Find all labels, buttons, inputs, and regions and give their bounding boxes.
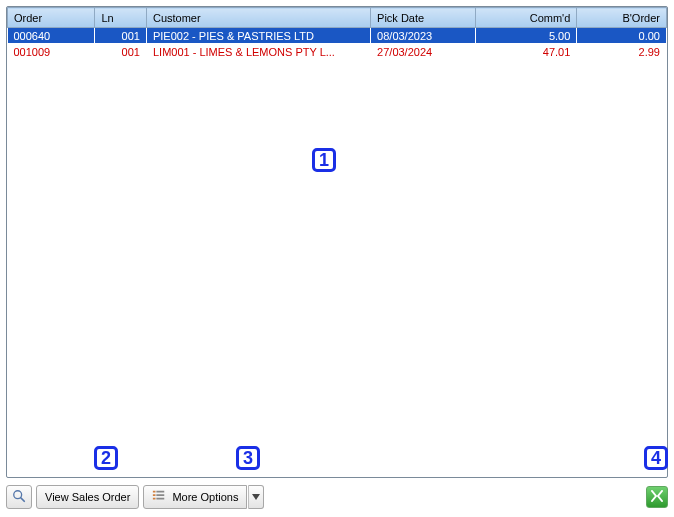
svg-rect-6 — [153, 498, 156, 500]
cell-order: 001009 — [8, 44, 95, 60]
svg-rect-3 — [157, 491, 165, 493]
cell-border: 2.99 — [577, 44, 667, 60]
cell-pickdate: 08/03/2023 — [371, 28, 476, 44]
export-excel-button[interactable] — [646, 486, 668, 508]
cell-commd: 47.01 — [476, 44, 577, 60]
table-row[interactable]: 001009 001 LIM001 - LIMES & LEMONS PTY L… — [8, 44, 667, 60]
table-header-row: Order Ln Customer Pick Date Comm'd B'Ord… — [8, 8, 667, 28]
orders-table: Order Ln Customer Pick Date Comm'd B'Ord… — [7, 7, 667, 60]
button-label: View Sales Order — [45, 491, 130, 503]
cell-customer: LIM001 - LIMES & LEMONS PTY L... — [146, 44, 370, 60]
cell-commd: 5.00 — [476, 28, 577, 44]
col-header-commd[interactable]: Comm'd — [476, 8, 577, 28]
button-label: More Options — [172, 491, 238, 503]
cell-ln: 001 — [95, 28, 147, 44]
bottom-toolbar: View Sales Order More Options — [6, 483, 668, 511]
magnifier-icon — [12, 489, 26, 505]
view-sales-order-button[interactable]: View Sales Order — [36, 485, 139, 509]
col-header-border[interactable]: B'Order — [577, 8, 667, 28]
svg-rect-2 — [153, 491, 156, 493]
orders-grid[interactable]: Order Ln Customer Pick Date Comm'd B'Ord… — [6, 6, 668, 478]
col-header-order[interactable]: Order — [8, 8, 95, 28]
col-header-pickdate[interactable]: Pick Date — [371, 8, 476, 28]
svg-marker-8 — [252, 494, 260, 500]
cell-ln: 001 — [95, 44, 147, 60]
excel-icon — [651, 490, 663, 505]
cell-order: 000640 — [8, 28, 95, 44]
svg-rect-4 — [153, 494, 156, 496]
col-header-customer[interactable]: Customer — [146, 8, 370, 28]
col-header-ln[interactable]: Ln — [95, 8, 147, 28]
svg-line-1 — [21, 498, 25, 502]
more-options-button[interactable]: More Options — [143, 485, 247, 509]
svg-rect-7 — [157, 498, 165, 500]
search-button[interactable] — [6, 485, 32, 509]
table-row[interactable]: 000640 001 PIE002 - PIES & PASTRIES LTD … — [8, 28, 667, 44]
chevron-down-icon — [252, 491, 260, 503]
cell-customer: PIE002 - PIES & PASTRIES LTD — [146, 28, 370, 44]
window-root: Order Ln Customer Pick Date Comm'd B'Ord… — [0, 0, 674, 517]
svg-rect-5 — [157, 494, 165, 496]
cell-border: 0.00 — [577, 28, 667, 44]
list-icon — [152, 489, 166, 505]
cell-pickdate: 27/03/2024 — [371, 44, 476, 60]
more-options-dropdown[interactable] — [248, 485, 264, 509]
